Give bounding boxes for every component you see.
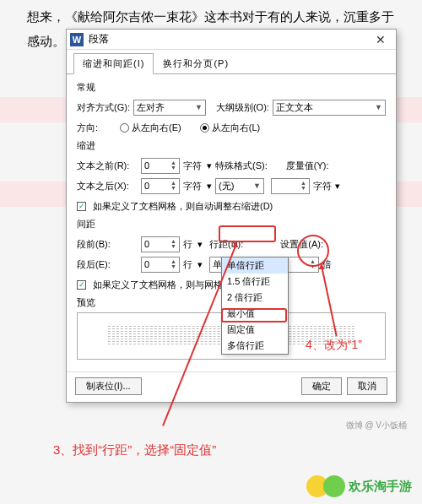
- radio-rtl-label: 从左向右(L): [212, 122, 260, 134]
- section-indent: 缩进: [77, 139, 386, 152]
- unit-char: 字符: [183, 160, 202, 172]
- ls-option-onehalf[interactable]: 1.5 倍行距: [222, 274, 288, 290]
- metric-spin[interactable]: ▲▼: [271, 178, 310, 194]
- unit-bei: 倍: [322, 258, 332, 271]
- outline-value: 正文文本: [276, 101, 313, 114]
- unit-char: 字符: [313, 180, 332, 192]
- line-spacing-dropdown[interactable]: 单倍行距 1.5 倍行距 2 倍行距 最小值 固定值 多倍行距: [221, 257, 289, 355]
- para-after-label: 段后(E):: [77, 258, 138, 271]
- special-value: (无): [219, 180, 234, 192]
- ls-option-min[interactable]: 最小值: [222, 306, 288, 322]
- direction-label: 方向:: [77, 122, 98, 134]
- spinner-buttons-icon: ▲▼: [310, 259, 316, 269]
- align-value: 左对齐: [137, 101, 165, 114]
- unit-line: 行: [183, 238, 192, 251]
- radio-ltr[interactable]: 从左向右(E): [120, 122, 181, 134]
- logo-circle-green-icon: [323, 475, 345, 497]
- radio-ltr-label: 从左向右(E): [132, 122, 181, 134]
- checkbox-grid-indent[interactable]: [77, 202, 86, 211]
- annot-step3-text: 3、找到“行距”，选择“固定值”: [53, 442, 216, 458]
- tabs: 缩进和间距(I) 换行和分页(P): [67, 50, 396, 74]
- after-text-value: 0: [144, 181, 149, 191]
- after-text-label: 文本之后(X):: [77, 180, 138, 192]
- ls-option-single[interactable]: 单倍行距: [222, 257, 288, 274]
- tab-indent-spacing[interactable]: 缩进和间距(I): [73, 53, 154, 74]
- special-label: 特殊格式(S):: [215, 160, 268, 172]
- set-value-label: 设置值(A):: [280, 238, 323, 251]
- radio-rtl[interactable]: 从左向右(L): [200, 122, 260, 134]
- close-button[interactable]: ✕: [369, 30, 392, 49]
- para-before-spin[interactable]: 0 ▲▼: [141, 236, 180, 252]
- ok-button[interactable]: 确定: [301, 377, 342, 395]
- titlebar: W 段落 ✕: [67, 30, 396, 50]
- spinner-buttons-icon: ▲▼: [300, 181, 306, 191]
- footer-logo: 欢乐淘手游: [306, 475, 412, 497]
- unit-char: 字符: [183, 180, 202, 192]
- tabstops-button[interactable]: 制表位(I)...: [75, 377, 142, 395]
- after-text-spin[interactable]: 0 ▲▼: [141, 178, 180, 194]
- special-combo[interactable]: (无)▼: [215, 178, 264, 194]
- checkbox-grid-spacing-label: 如果定义了文档网格，则与网格: [93, 279, 223, 291]
- unit-line: 行: [183, 258, 192, 271]
- tab-line-page[interactable]: 换行和分页(P): [154, 53, 238, 74]
- spinner-buttons-icon: ▲▼: [170, 259, 176, 269]
- cancel-button[interactable]: 取消: [347, 377, 387, 395]
- align-combo[interactable]: 左对齐▼: [133, 100, 206, 116]
- annot-step4-text: 4、改为“1”: [306, 338, 362, 353]
- dialog-buttons: 制表位(I)... 确定 取消: [67, 371, 396, 402]
- spinner-buttons-icon: ▲▼: [170, 181, 176, 191]
- before-text-spin[interactable]: 0 ▲▼: [141, 158, 180, 174]
- checkbox-grid-spacing[interactable]: [77, 280, 86, 290]
- line-spacing-label: 行距(N):: [209, 238, 243, 251]
- before-text-value: 0: [144, 160, 149, 171]
- ls-option-double[interactable]: 2 倍行距: [222, 290, 288, 306]
- para-before-value: 0: [144, 239, 149, 249]
- metric-label: 度量值(Y):: [286, 160, 329, 172]
- weibo-watermark: 微博 @ V小饭桶: [346, 420, 407, 431]
- align-label: 对齐方式(G):: [77, 101, 130, 114]
- word-icon: W: [70, 33, 84, 46]
- section-general: 常规: [77, 81, 386, 94]
- chevron-down-icon: ▼: [375, 103, 382, 111]
- radio-icon: [120, 123, 129, 133]
- footer-name: 欢乐淘手游: [349, 479, 412, 495]
- ls-option-fixed[interactable]: 固定值: [222, 322, 288, 338]
- para-after-value: 0: [144, 259, 149, 269]
- before-text-label: 文本之前(R):: [77, 160, 138, 172]
- spinner-buttons-icon: ▲▼: [170, 239, 176, 249]
- chevron-down-icon: ▼: [253, 182, 261, 190]
- para-after-spin[interactable]: 0 ▲▼: [141, 257, 180, 273]
- chevron-down-icon: ▼: [195, 103, 203, 111]
- spinner-buttons-icon: ▲▼: [170, 160, 176, 171]
- para-before-label: 段前(B):: [77, 238, 138, 251]
- dialog-title: 段落: [89, 32, 369, 46]
- ls-option-multiple[interactable]: 多倍行距: [222, 338, 288, 354]
- checkbox-grid-indent-label: 如果定义了文档网格，则自动调整右缩进(D): [93, 200, 273, 213]
- outline-label: 大纲级别(O):: [216, 101, 269, 114]
- section-spacing: 间距: [77, 218, 386, 230]
- radio-icon: [200, 123, 209, 133]
- outline-combo[interactable]: 正文文本▼: [273, 100, 386, 116]
